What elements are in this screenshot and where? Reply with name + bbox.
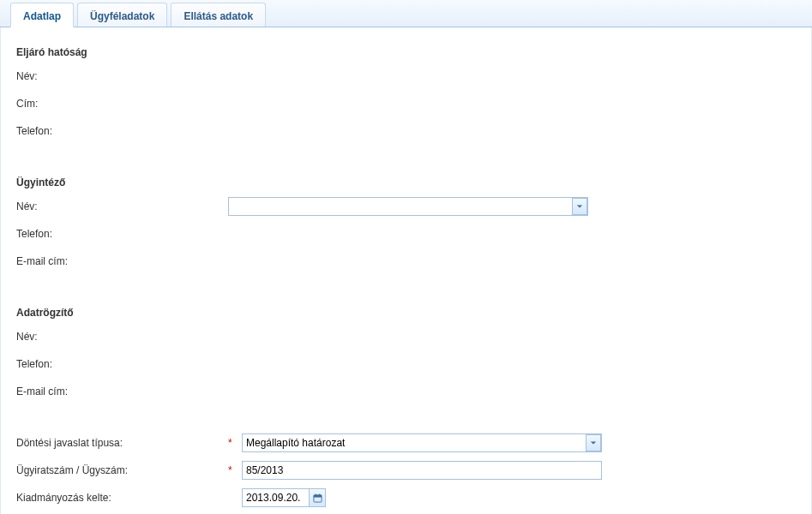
issued-date-row: Kiadmányozás kelte: * [16, 488, 803, 507]
admin-name-dropdown-button[interactable] [572, 198, 587, 215]
svg-rect-1 [313, 494, 321, 497]
tab-bar: Adatlap Ügyféladatok Ellátás adatok [0, 0, 812, 27]
tab-content: Eljáró hatóság Név: Cím: Telefon: Ügyint… [0, 27, 812, 514]
decision-type-label: Döntési javaslat típusa: [16, 437, 228, 449]
recorder-email-label: E-mail cím: [16, 386, 228, 397]
svg-rect-2 [315, 493, 316, 496]
chevron-down-icon [576, 203, 583, 210]
admin-name-label: Név: [16, 200, 228, 212]
issued-date-picker-button[interactable] [309, 488, 326, 507]
decision-type-select[interactable] [242, 433, 602, 452]
casenum-row: Ügyiratszám / Ügyszám: * [16, 461, 803, 480]
authority-address-row: Cím: [16, 94, 803, 113]
section-recorder-title: Adatrögzítő [16, 307, 803, 319]
svg-rect-3 [319, 493, 320, 496]
authority-phone-row: Telefon: [16, 122, 803, 140]
casenum-label: Ügyiratszám / Ügyszám: [16, 464, 228, 476]
admin-phone-label: Telefon: [16, 228, 228, 240]
admin-name-input[interactable] [228, 197, 588, 216]
admin-phone-row: Telefon: [16, 224, 803, 243]
form-container: Adatlap Ügyféladatok Ellátás adatok Eljá… [0, 0, 812, 514]
recorder-name-label: Név: [16, 331, 228, 343]
tab-ugyfeladatok[interactable]: Ügyféladatok [77, 3, 167, 27]
authority-address-label: Cím: [16, 98, 228, 110]
decision-type-dropdown-button[interactable] [586, 434, 601, 451]
issued-date-input[interactable] [242, 488, 309, 507]
casenum-input[interactable] [242, 461, 602, 480]
calendar-icon [313, 493, 322, 503]
authority-name-label: Név: [16, 70, 228, 82]
decision-type-row: Döntési javaslat típusa: * [16, 433, 803, 452]
tab-adatlap[interactable]: Adatlap [10, 3, 74, 27]
recorder-email-row: E-mail cím: [16, 382, 803, 401]
issued-date-label: Kiadmányozás kelte: [16, 492, 228, 504]
section-authority-title: Eljáró hatóság [16, 46, 803, 58]
recorder-phone-row: Telefon: [16, 355, 803, 374]
recorder-name-row: Név: [16, 327, 803, 346]
admin-email-row: E-mail cím: [16, 252, 803, 271]
recorder-phone-label: Telefon: [16, 358, 228, 370]
decision-type-input[interactable] [242, 433, 602, 452]
admin-email-label: E-mail cím: [16, 255, 228, 267]
chevron-down-icon [590, 439, 597, 446]
tab-ellatas-adatok[interactable]: Ellátás adatok [171, 3, 266, 27]
admin-name-row: Név: [16, 197, 803, 216]
authority-phone-label: Telefon: [16, 125, 228, 137]
issued-date-field [242, 488, 326, 507]
authority-name-row: Név: [16, 67, 803, 86]
required-mark: * [228, 437, 237, 449]
admin-name-select[interactable] [228, 197, 588, 216]
required-mark: * [228, 464, 237, 476]
section-admin-title: Ügyintéző [16, 176, 803, 188]
